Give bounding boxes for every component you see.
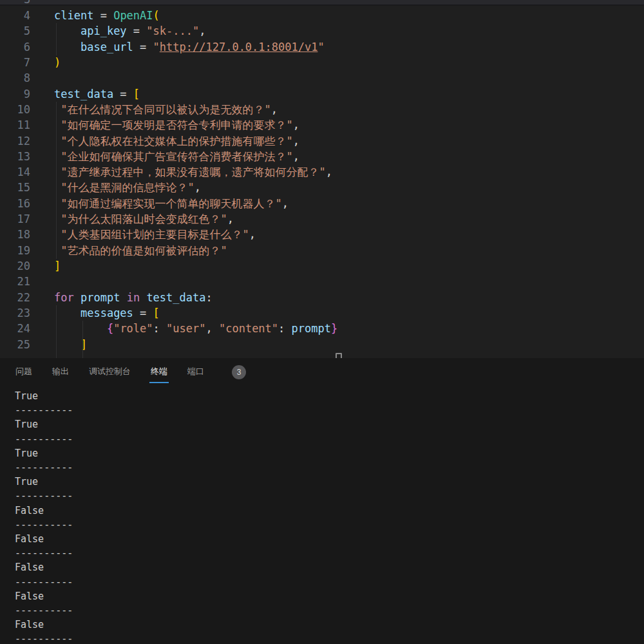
- code-line[interactable]: 23 messages = [: [0, 305, 644, 321]
- code-line[interactable]: 7): [0, 55, 644, 70]
- code-text: client = OpenAI(: [54, 8, 160, 23]
- line-number[interactable]: 10: [0, 102, 30, 117]
- code-line[interactable]: 9test_data = [: [0, 86, 644, 102]
- code-token: :: [206, 291, 213, 304]
- terminal-line: True: [15, 446, 644, 460]
- code-token: ]: [54, 260, 61, 272]
- code-token: :: [278, 322, 291, 335]
- code-line[interactable]: 19 "艺术品的价值是如何被评估的？": [0, 243, 644, 258]
- code-text: "如何确定一项发明是否符合专利申请的要求？",: [54, 117, 299, 133]
- code-line[interactable]: 10 "在什么情况下合同可以被认为是无效的？",: [0, 102, 644, 117]
- code-line[interactable]: 5 api_key = "sk-...",: [0, 23, 644, 39]
- tab-problems[interactable]: 问题: [14, 361, 33, 383]
- code-token: ": [153, 41, 160, 53]
- code-line[interactable]: 25 ]: [0, 337, 644, 352]
- line-number[interactable]: 18: [0, 227, 30, 242]
- code-line[interactable]: 24 {"role": "user", "content": prompt}: [0, 321, 644, 336]
- code-token: prompt: [80, 291, 120, 304]
- tab-ports[interactable]: 端口: [186, 361, 205, 383]
- code-token: api_key: [80, 24, 127, 37]
- tab-terminal[interactable]: 终端: [149, 361, 169, 383]
- line-number[interactable]: 24: [0, 321, 30, 336]
- terminal-output[interactable]: True----------True----------True--------…: [0, 386, 644, 644]
- terminal-line: ----------: [15, 632, 644, 644]
- code-line[interactable]: 15 "什么是黑洞的信息悖论？",: [0, 180, 644, 195]
- code-line[interactable]: 6 base_url = "http://127.0.0.1:8001/v1": [0, 39, 644, 55]
- code-token: ]: [80, 338, 87, 351]
- code-editor[interactable]: 4client = OpenAI(5 api_key = "sk-...",6 …: [0, 0, 644, 358]
- code-line[interactable]: 11 "如何确定一项发明是否符合专利申请的要求？",: [0, 117, 644, 133]
- code-line[interactable]: 8: [0, 70, 644, 86]
- line-number[interactable]: 17: [0, 211, 30, 227]
- line-number[interactable]: 25: [0, 337, 30, 352]
- code-token: =: [93, 9, 113, 22]
- code-token: }: [331, 322, 337, 335]
- code-line[interactable]: 22for prompt in test_data:: [0, 290, 644, 305]
- code-token: ,: [205, 322, 218, 335]
- line-number[interactable]: 22: [0, 290, 30, 305]
- code-token: [: [153, 307, 160, 319]
- code-token: "遗产继承过程中，如果没有遗嘱，遗产将如何分配？": [61, 166, 325, 178]
- code-token: [54, 181, 61, 194]
- code-token: [54, 197, 61, 210]
- code-line[interactable]: 21: [0, 274, 644, 289]
- code-token: =: [113, 88, 133, 100]
- code-text: base_url = "http://127.0.0.1:8001/v1": [54, 39, 325, 55]
- line-number[interactable]: 14: [0, 164, 30, 180]
- line-number[interactable]: 23: [0, 305, 30, 321]
- code-token: =: [133, 41, 153, 53]
- line-number[interactable]: 4: [0, 8, 30, 23]
- terminal-line: False: [15, 589, 644, 603]
- code-token: test_data: [146, 291, 205, 304]
- tab-output[interactable]: 输出: [51, 361, 70, 383]
- line-number[interactable]: 11: [0, 117, 30, 133]
- line-number[interactable]: 5: [0, 23, 30, 39]
- code-token: [54, 135, 61, 147]
- line-number[interactable]: 12: [0, 133, 30, 149]
- code-text: api_key = "sk-...",: [54, 23, 205, 39]
- line-number[interactable]: 7: [0, 55, 30, 70]
- terminal-line: ----------: [15, 403, 644, 417]
- tab-debug-console[interactable]: 调试控制台: [88, 361, 132, 383]
- line-number[interactable]: 19: [0, 243, 30, 258]
- code-text: "人类基因组计划的主要目标是什么？",: [54, 227, 256, 242]
- code-token: [54, 213, 61, 225]
- line-number[interactable]: 6: [0, 39, 30, 55]
- code-token: "人类基因组计划的主要目标是什么？": [61, 228, 249, 241]
- code-token: {: [107, 322, 113, 335]
- code-text: "什么是黑洞的信息悖论？",: [54, 180, 201, 195]
- code-token: [120, 291, 126, 304]
- code-line[interactable]: 18 "人类基因组计划的主要目标是什么？",: [0, 227, 644, 242]
- clipped-glyph-fragment: [336, 353, 342, 358]
- terminal-line: ----------: [15, 489, 644, 503]
- code-token: for: [54, 291, 74, 304]
- code-token: ,: [293, 118, 299, 131]
- code-token: "content": [219, 322, 278, 335]
- code-token: "如何通过编程实现一个简单的聊天机器人？": [61, 197, 281, 210]
- line-number[interactable]: 9: [0, 86, 30, 102]
- terminal-line: True: [15, 389, 644, 403]
- line-number[interactable]: 13: [0, 149, 30, 164]
- line-number[interactable]: 21: [0, 274, 30, 289]
- code-text: ): [54, 55, 61, 70]
- code-line[interactable]: 20]: [0, 258, 644, 274]
- code-token: ,: [227, 213, 234, 225]
- base-url-link[interactable]: http://127.0.0.1:8001/v1: [160, 41, 318, 53]
- line-number[interactable]: 15: [0, 180, 30, 195]
- code-token: "个人隐私权在社交媒体上的保护措施有哪些？": [61, 135, 292, 147]
- code-line[interactable]: 13 "企业如何确保其广告宣传符合消费者保护法？",: [0, 149, 644, 164]
- line-number[interactable]: 20: [0, 258, 30, 274]
- indent-guide: [56, 23, 57, 55]
- code-token: "role": [113, 322, 153, 335]
- ports-count-badge: 3: [232, 365, 246, 379]
- line-number[interactable]: 8: [0, 70, 30, 86]
- code-line[interactable]: 12 "个人隐私权在社交媒体上的保护措施有哪些？",: [0, 133, 644, 149]
- code-line[interactable]: 17 "为什么太阳落山时会变成红色？",: [0, 211, 644, 227]
- code-line[interactable]: 14 "遗产继承过程中，如果没有遗嘱，遗产将如何分配？",: [0, 164, 644, 180]
- line-number[interactable]: 16: [0, 196, 30, 211]
- code-line[interactable]: 4client = OpenAI(: [0, 8, 644, 23]
- code-line[interactable]: 16 "如何通过编程实现一个简单的聊天机器人？",: [0, 196, 644, 211]
- code-lines: 4client = OpenAI(5 api_key = "sk-...",6 …: [0, 0, 644, 352]
- code-token: ": [317, 41, 324, 53]
- code-token: "user": [166, 322, 205, 335]
